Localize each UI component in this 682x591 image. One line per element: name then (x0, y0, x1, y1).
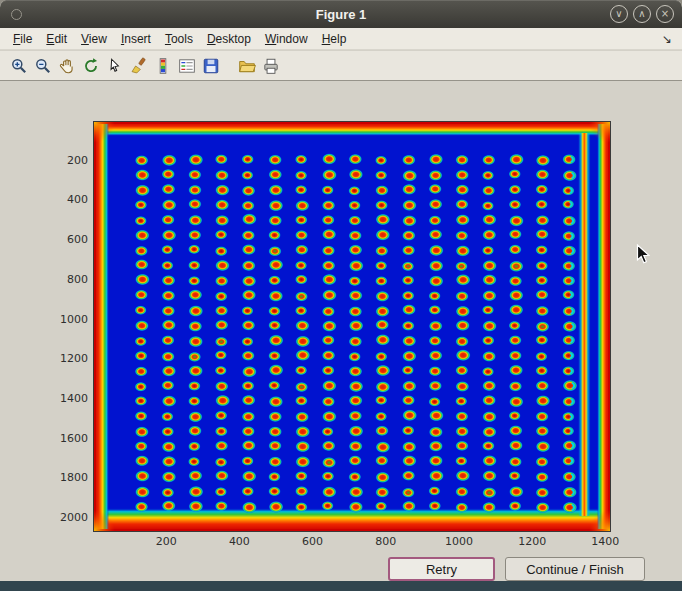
continue-finish-button[interactable]: Continue / Finish (505, 557, 645, 581)
minimize-button[interactable]: ∨ (610, 5, 628, 23)
x-tick-label: 1200 (512, 535, 552, 548)
close-button[interactable]: × (656, 5, 674, 23)
menu-help[interactable]: Help (315, 30, 354, 48)
dock-figure-icon[interactable]: ↘ (662, 32, 676, 46)
window-title: Figure 1 (316, 7, 367, 22)
menu-edit[interactable]: Edit (39, 30, 74, 48)
toolbar-separator (223, 51, 235, 80)
y-tick-label: 1800 (40, 471, 88, 484)
y-tick-label: 1200 (40, 352, 88, 365)
y-tick-label: 2000 (40, 511, 88, 524)
zoom-out-icon[interactable] (32, 55, 54, 77)
rotate-3d-icon[interactable] (80, 55, 102, 77)
x-tick-label: 800 (366, 535, 406, 548)
x-tick-label: 200 (146, 535, 186, 548)
maximize-button[interactable]: ∧ (633, 5, 651, 23)
x-tick-label: 1400 (585, 535, 625, 548)
menubar: File Edit View Insert Tools Desktop Wind… (0, 28, 682, 50)
pan-icon[interactable] (56, 55, 78, 77)
y-tick-label: 1600 (40, 432, 88, 445)
titlebar[interactable]: Figure 1 ∨ ∧ × (0, 0, 682, 28)
menu-desktop[interactable]: Desktop (200, 30, 258, 48)
y-tick-label: 800 (40, 273, 88, 286)
figure-window: Figure 1 ∨ ∧ × File Edit View Insert Too… (0, 0, 682, 591)
zoom-in-icon[interactable] (8, 55, 30, 77)
y-tick-label: 200 (40, 154, 88, 167)
menu-insert[interactable]: Insert (114, 30, 158, 48)
figure-toolbar (0, 51, 682, 81)
retry-button[interactable]: Retry (388, 557, 495, 581)
data-cursor-icon[interactable] (104, 55, 126, 77)
y-tick-label: 1400 (40, 392, 88, 405)
mouse-cursor (636, 244, 651, 265)
menu-view[interactable]: View (74, 30, 114, 48)
heatmap-image[interactable] (93, 121, 611, 532)
brush-icon[interactable] (128, 55, 150, 77)
window-bottom-edge (0, 581, 682, 591)
open-folder-icon[interactable] (236, 55, 258, 77)
menu-file[interactable]: File (6, 30, 39, 48)
y-tick-label: 600 (40, 233, 88, 246)
menu-tools[interactable]: Tools (158, 30, 200, 48)
y-tick-label: 400 (40, 193, 88, 206)
colorbar-icon[interactable] (152, 55, 174, 77)
menu-window[interactable]: Window (258, 30, 315, 48)
x-tick-label: 600 (293, 535, 333, 548)
y-tick-label: 1000 (40, 313, 88, 326)
save-icon[interactable] (200, 55, 222, 77)
x-tick-label: 400 (219, 535, 259, 548)
legend-icon[interactable] (176, 55, 198, 77)
window-menu-icon[interactable] (11, 9, 22, 20)
print-icon[interactable] (260, 55, 282, 77)
x-tick-label: 1000 (439, 535, 479, 548)
